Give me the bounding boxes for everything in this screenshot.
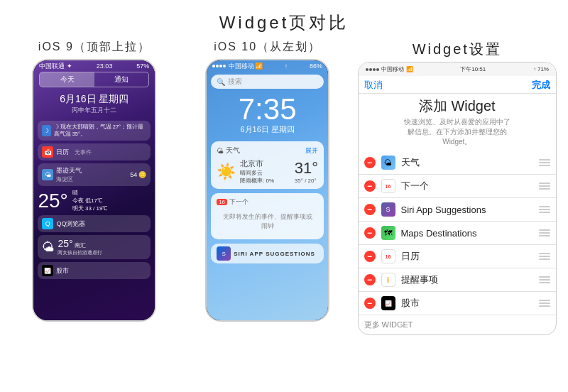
ws-label-next: 下一个 bbox=[401, 180, 534, 192]
ios10-weather-icon-small: 🌤 bbox=[217, 147, 224, 155]
ws-reorder-cal[interactable] bbox=[539, 253, 550, 260]
ws-cancel-btn[interactable]: 取消 bbox=[364, 79, 383, 92]
dot3 bbox=[219, 65, 222, 67]
ios9-bottom-temp: 25° bbox=[58, 238, 72, 249]
ws-icon-next: 16 bbox=[381, 179, 395, 193]
ws-icon-siri: S bbox=[381, 202, 395, 217]
ws-done-btn[interactable]: 完成 bbox=[532, 79, 550, 92]
ws-label-cal: 日历 bbox=[401, 250, 534, 263]
ios10-next-content: 无即将发生的事件、提醒事项或 闹钟 bbox=[217, 208, 318, 235]
ios10-weather-temp: 31° bbox=[295, 159, 318, 178]
ios9-temp-tomorrow: 明天 33 / 19℃ bbox=[72, 205, 108, 212]
ios9-district: 海淀区 bbox=[56, 175, 82, 183]
ios10-status-bar: 中国移动 📶 ↑ 86% bbox=[207, 60, 328, 72]
ws-label-siri: Siri App Suggestions bbox=[401, 205, 534, 215]
ios10-date: 6月16日 星期四 bbox=[207, 124, 328, 135]
ios9-bottom-weather: 🌤 25° 南汇 两女孩自拍游遭虐打 bbox=[38, 235, 151, 259]
ws-time: 下午10:51 bbox=[460, 65, 486, 73]
ws-minus-maps[interactable]: − bbox=[364, 227, 376, 239]
ios9-stock-widget: 📈 股市 bbox=[38, 262, 151, 279]
ios9-coins: 54 🪙 bbox=[130, 171, 146, 178]
ws-reorder-stock[interactable] bbox=[539, 300, 550, 307]
ios9-tab-notify[interactable]: 通知 bbox=[94, 72, 149, 87]
ws-battery: 71% bbox=[537, 66, 549, 72]
ws-minus-stock[interactable]: − bbox=[364, 298, 376, 309]
ws-minus-next[interactable]: − bbox=[364, 180, 376, 192]
ios10-weather-card: 🌤 天气 展开 ☀️ 北京市 晴间多云 降雨概率: 0% bbox=[211, 141, 324, 189]
ws-label-maps: Maps Destinations bbox=[401, 228, 534, 239]
ios9-calendar-widget: 📅 日历 无事件 bbox=[38, 143, 151, 160]
ws-reorder-next[interactable] bbox=[539, 183, 550, 190]
dot4 bbox=[223, 65, 226, 67]
ios10-phone-frame: 中国移动 📶 ↑ 86% 🔍 搜索 7:35 6月16日 星期四 bbox=[205, 59, 329, 322]
ios10-weather-city: 北京市 bbox=[240, 158, 290, 169]
ws-reorder-siri[interactable] bbox=[539, 206, 550, 213]
ws-item-maps: − 🗺 Maps Destinations bbox=[359, 222, 557, 245]
ios9-column: iOS 9（顶部上拉） 中国联通 ✦ 23:03 57% 今天 通知 bbox=[11, 40, 178, 322]
ws-label-stock: 股市 bbox=[401, 297, 534, 310]
ios10-next-label: 下一个 bbox=[229, 197, 248, 207]
ws-item-next: − 16 下一个 bbox=[359, 175, 557, 198]
ios10-weather-header: 🌤 天气 展开 bbox=[217, 146, 318, 156]
ios10-siri-text: SIRI APP SUGGESTIONS bbox=[234, 251, 315, 257]
ws-minus-reminder[interactable]: − bbox=[364, 274, 376, 285]
ios9-date-main: 6月16日 星期四 bbox=[33, 93, 155, 106]
columns-row: iOS 9（顶部上拉） 中国联通 ✦ 23:03 57% 今天 通知 bbox=[11, 40, 557, 335]
ws-more-link[interactable]: 更多 WIDGET bbox=[359, 315, 557, 334]
ios9-cal-label: 日历 bbox=[56, 148, 69, 157]
ios9-tab-today[interactable]: 今天 bbox=[40, 72, 94, 87]
ws-title: Widget设置 bbox=[358, 40, 557, 59]
ios9-stock-label: 股市 bbox=[56, 266, 69, 276]
ws-icon-reminder: i bbox=[381, 273, 395, 287]
ios9-tabs[interactable]: 今天 通知 bbox=[39, 72, 149, 87]
ios9-mojiti-icon: 🌤 bbox=[42, 169, 53, 180]
ws-carrier-info: 中国移动 📶 bbox=[366, 65, 413, 73]
ws-item-reminder: − i 提醒事项 bbox=[359, 268, 557, 292]
ios9-qq-label: QQ浏览器 bbox=[56, 219, 85, 229]
ws-signal-dots bbox=[366, 68, 379, 71]
ios9-temp-big: 25° bbox=[38, 190, 67, 212]
ws-icon-maps: 🗺 bbox=[381, 226, 395, 240]
ios9-qq-icon: Q bbox=[42, 218, 53, 229]
ws-minus-cal[interactable]: − bbox=[364, 251, 376, 262]
ios9-weather-text: ☽ 现在大部晴朗，气温 27°；预计最高气温 35°。 bbox=[54, 124, 147, 138]
widget-settings-column: Widget设置 中国移动 📶 下午10:51 bbox=[358, 40, 557, 335]
ws-reorder-maps[interactable] bbox=[539, 229, 550, 236]
ios9-weather-text-widget: ☽ ☽ 现在大部晴朗，气温 27°；预计最高气温 35°。 bbox=[38, 121, 151, 141]
ws-minus-weather[interactable]: − bbox=[364, 157, 376, 168]
ios10-weather-title: 🌤 天气 bbox=[217, 146, 240, 156]
ios9-status-bar: 中国联通 ✦ 23:03 57% bbox=[33, 60, 155, 72]
ios10-weather-info: 北京市 晴间多云 降雨概率: 0% bbox=[240, 158, 290, 185]
ios10-weather-expand[interactable]: 展开 bbox=[305, 146, 318, 156]
ios10-search-bar[interactable]: 🔍 搜索 bbox=[211, 75, 324, 89]
ios9-label: iOS 9（顶部上拉） bbox=[38, 40, 151, 55]
ios9-qq-widget: Q QQ浏览器 bbox=[38, 215, 151, 232]
ios10-next-card: 16 下一个 无即将发生的事件、提醒事项或 闹钟 bbox=[211, 193, 324, 239]
ios9-bottom-city: 南汇 bbox=[75, 241, 86, 249]
ios9-bottom-weather-icon: 🌤 bbox=[42, 240, 55, 255]
ws-item-siri: − S Siri App Suggestions bbox=[359, 198, 557, 222]
ios9-battery: 57% bbox=[136, 62, 149, 70]
ws-icon-weather: 🌤 bbox=[381, 156, 395, 170]
ios10-weather-content: ☀️ 北京市 晴间多云 降雨概率: 0% 31° 35° / 20° bbox=[217, 158, 318, 185]
ws-icon-stock: 📈 bbox=[381, 296, 395, 310]
ws-add-widget-title: 添加 Widget bbox=[359, 97, 557, 116]
ios9-weather-icon: ☽ bbox=[42, 125, 50, 136]
ws-reorder-line1 bbox=[539, 159, 550, 160]
ws-reorder-reminder[interactable] bbox=[539, 276, 550, 283]
main-container: Widget页对比 iOS 9（顶部上拉） 中国联通 ✦ 23:03 57% 今… bbox=[0, 0, 568, 392]
dot1 bbox=[212, 65, 215, 67]
ws-add-widget-desc: 快速浏览、及时从喜爱的应用中了 解信息。在下方添加并整理您的 Widget。 bbox=[359, 117, 557, 147]
ws-icon-cal: 16 bbox=[381, 249, 395, 263]
ios10-arrow-icon: ↑ bbox=[285, 62, 288, 70]
ios10-siri-bar: S SIRI APP SUGGESTIONS bbox=[211, 244, 324, 263]
ws-reorder-line3 bbox=[539, 165, 550, 166]
ws-label-reminder: 提醒事项 bbox=[401, 273, 534, 286]
ws-minus-siri[interactable]: − bbox=[364, 204, 376, 215]
ws-reorder-weather[interactable] bbox=[539, 159, 550, 166]
dot2 bbox=[216, 65, 219, 67]
ios9-time: 23:03 bbox=[97, 62, 113, 70]
ios9-carrier: 中国联通 ✦ bbox=[39, 62, 72, 71]
ios10-screen: 中国移动 📶 ↑ 86% 🔍 搜索 7:35 6月16日 星期四 bbox=[207, 60, 328, 320]
ios10-time: 7:35 bbox=[207, 94, 328, 124]
